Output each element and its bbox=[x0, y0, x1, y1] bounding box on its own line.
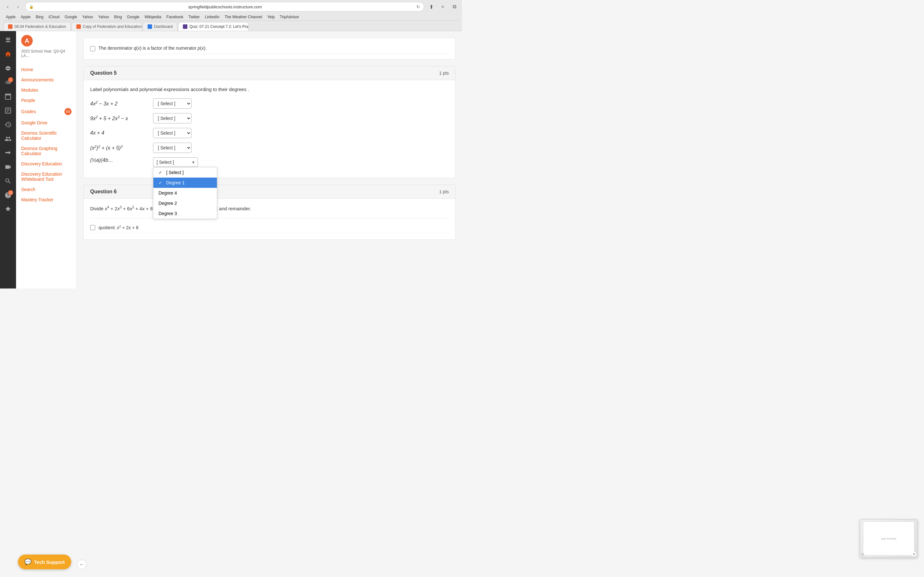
sidebar-item-people[interactable]: People bbox=[16, 95, 77, 105]
bookmark-yelp[interactable]: Yelp bbox=[267, 15, 275, 19]
expr-1: 4x2 − 3x + 2 bbox=[90, 100, 148, 107]
math-row-4: (x2)2 + (x + 5)2 [ Select ] Degree 1 Deg… bbox=[90, 143, 449, 153]
option-degree3[interactable]: Degree 3 bbox=[153, 208, 217, 219]
grades-icon[interactable] bbox=[2, 104, 15, 117]
new-tab-icon[interactable]: ＋ bbox=[438, 2, 447, 11]
sidebar-item-desmos-graph[interactable]: Desmos Graphing Calculator bbox=[16, 143, 77, 159]
tab-federalism[interactable]: 08.04 Federalism & Education bbox=[3, 22, 71, 31]
bookmark-twitter[interactable]: Twitter bbox=[188, 15, 200, 19]
bookmark-facebook[interactable]: Facebook bbox=[166, 15, 184, 19]
bookmark-yahoo1[interactable]: Yahoo bbox=[82, 15, 93, 19]
import-icon[interactable] bbox=[2, 147, 15, 159]
announcement-icon[interactable] bbox=[2, 62, 15, 75]
question6-text: Divide x4 + 2x3 + 6x2 + 4x + 8 by x2 + 2… bbox=[90, 205, 449, 211]
select-1[interactable]: [ Select ] Degree 1 Degree 2 Degree 3 De… bbox=[153, 98, 192, 109]
select-3[interactable]: [ Select ] Degree 1 Degree 2 Degree 3 De… bbox=[153, 128, 192, 138]
tab-quiz[interactable]: Quiz: 07.21 Concept 7.2: Let's Practice! bbox=[178, 22, 249, 31]
option-select-placeholder[interactable]: [ Select ] bbox=[153, 167, 217, 177]
help-icon[interactable]: 10 bbox=[2, 189, 15, 201]
bookmark-bing1[interactable]: Bing bbox=[36, 15, 43, 19]
address-bar[interactable]: 🔒 springfieldpublicschools.instructure.c… bbox=[25, 2, 424, 11]
sidebar-label-mastery: Mastery Tracker bbox=[21, 197, 53, 202]
bookmark-tripadvisor[interactable]: TripAdvisor bbox=[280, 15, 299, 19]
bookmark-apple2[interactable]: Apple bbox=[21, 15, 31, 19]
sidebar-item-modules[interactable]: Modules bbox=[16, 85, 77, 95]
tab-favicon-venn bbox=[76, 24, 81, 29]
bookmark-google1[interactable]: Google bbox=[65, 15, 77, 19]
lock-icon: 🔒 bbox=[29, 5, 34, 9]
sidebar-item-mastery[interactable]: Mastery Tracker bbox=[16, 195, 77, 205]
bookmark-apple1[interactable]: Apple bbox=[6, 15, 16, 19]
question5-text: Label polynomials and polynomial express… bbox=[90, 87, 449, 92]
tab-favicon-quiz bbox=[183, 24, 187, 29]
sidebar-label-grades: Grades bbox=[21, 109, 36, 114]
sidebar-item-search[interactable]: Search bbox=[16, 184, 77, 195]
bookmark-weather[interactable]: The Weather Channel bbox=[225, 15, 262, 19]
tabs-icon[interactable]: ⧉ bbox=[450, 2, 459, 11]
sidebar-item-discovery-whiteboard[interactable]: Discovery Education Whiteboard Tool bbox=[16, 169, 77, 184]
bookmark-linkedin[interactable]: LinkedIn bbox=[205, 15, 220, 19]
math-row-3: 4x + 4 [ Select ] Degree 1 Degree 2 Degr… bbox=[90, 128, 449, 138]
sidebar-item-desmos-sci[interactable]: Desmos Scientific Calculator bbox=[16, 128, 77, 143]
menu-icon[interactable]: ☰ bbox=[2, 34, 15, 47]
refresh-icon[interactable]: ↻ bbox=[417, 5, 420, 9]
sidebar-label-discovery-ed: Discovery Education bbox=[21, 161, 62, 166]
question5-body: Label polynomials and polynomial express… bbox=[84, 80, 455, 178]
question6-header: Question 6 1 pts bbox=[84, 185, 455, 199]
question6-pts: 1 pts bbox=[439, 189, 449, 194]
select-5-trigger[interactable]: [ Select ] bbox=[153, 157, 198, 167]
school-year: 2023 School Year: Q3-Q4 LA... bbox=[21, 49, 71, 58]
sidebar-label-desmos-sci: Desmos Scientific Calculator bbox=[21, 131, 71, 141]
select-2[interactable]: [ Select ] Degree 1 Degree 2 Degree 3 De… bbox=[153, 113, 192, 123]
option-degree2[interactable]: Degree 2 bbox=[153, 198, 217, 208]
select-4[interactable]: [ Select ] Degree 1 Degree 2 Degree 3 De… bbox=[153, 143, 192, 153]
browser-chrome: ‹ › 🔒 springfieldpublicschools.instructu… bbox=[0, 0, 462, 31]
bookmark-bing2[interactable]: Bing bbox=[114, 15, 122, 19]
search-icon[interactable] bbox=[2, 175, 15, 187]
sidebar-item-grades[interactable]: Grades 54 bbox=[16, 105, 77, 118]
bookmark-wikipedia[interactable]: Wikipedia bbox=[145, 15, 162, 19]
url-text: springfieldpublicschools.instructure.com bbox=[36, 5, 415, 9]
option-degree1[interactable]: Degree 1 bbox=[153, 177, 217, 188]
bookmark-yahoo2[interactable]: Yahoo bbox=[98, 15, 109, 19]
history-icon[interactable] bbox=[2, 118, 15, 131]
back-button[interactable]: ‹ bbox=[3, 2, 12, 11]
sidebar-item-google-drive[interactable]: Google Drive bbox=[16, 118, 77, 128]
video-icon[interactable] bbox=[2, 161, 15, 173]
sidebar-label-discovery-whiteboard: Discovery Education Whiteboard Tool bbox=[21, 171, 71, 182]
forward-button[interactable]: › bbox=[13, 2, 23, 11]
bookmark-icloud[interactable]: iCloud bbox=[48, 15, 59, 19]
home-icon[interactable] bbox=[2, 48, 15, 61]
sidebar-item-discovery-ed[interactable]: Discovery Education bbox=[16, 159, 77, 169]
calendar-icon[interactable] bbox=[2, 90, 15, 103]
option-degree4[interactable]: Degree 4 bbox=[153, 188, 217, 198]
tab-venn[interactable]: Copy of Federalism and Education Venn Di… bbox=[71, 22, 142, 31]
question5-pts: 1 pts bbox=[439, 71, 449, 76]
groups-icon[interactable] bbox=[2, 132, 15, 145]
question5-card: Question 5 1 pts Label polynomials and p… bbox=[83, 66, 456, 178]
bookmark-google2[interactable]: Google bbox=[127, 15, 140, 19]
share-icon[interactable]: ⬆ bbox=[427, 2, 436, 11]
denominator-checkbox[interactable] bbox=[90, 46, 95, 51]
course-sidebar: A 2023 School Year: Q3-Q4 LA... Home Ann… bbox=[16, 31, 77, 288]
sidebar-label-people: People bbox=[21, 98, 35, 103]
sidebar-item-home[interactable]: Home bbox=[16, 64, 77, 75]
option-label-placeholder: [ Select ] bbox=[166, 170, 184, 175]
quotient-label: quotient: x2 + 2x + 8 bbox=[99, 224, 139, 230]
option-label-degree1: Degree 1 bbox=[166, 180, 185, 185]
quotient-row: quotient: x2 + 2x + 8 bbox=[90, 222, 449, 233]
tab-dashboard[interactable]: Dashboard bbox=[143, 22, 178, 31]
tabs-bar: 08.04 Federalism & Education Copy of Fed… bbox=[3, 21, 459, 31]
course-nav: Home Announcements Modules People Grades… bbox=[16, 62, 77, 207]
expr-4: (x2)2 + (x + 5)2 bbox=[90, 145, 148, 151]
math-row-5: (½a)(4b… [ Select ] [ Select ] bbox=[90, 157, 449, 167]
expr-2: 9x2 + 5 + 2x3 − x bbox=[90, 115, 148, 121]
sidebar-label-google-drive: Google Drive bbox=[21, 120, 47, 125]
tab-label-dashboard: Dashboard bbox=[154, 24, 173, 29]
quotient-checkbox[interactable] bbox=[90, 225, 95, 230]
select-5-value: [ Select ] bbox=[157, 160, 174, 165]
modules-icon[interactable]: 1 bbox=[2, 76, 15, 89]
sidebar-item-announcements[interactable]: Announcements bbox=[16, 75, 77, 85]
apps-icon[interactable] bbox=[2, 203, 15, 216]
tab-favicon-dashboard bbox=[148, 24, 152, 29]
